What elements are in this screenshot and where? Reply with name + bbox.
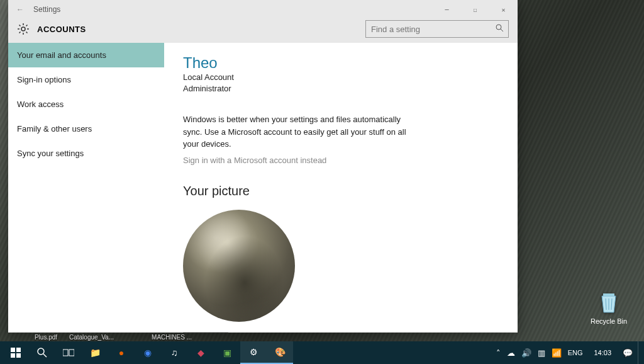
svg-rect-0 [603,293,614,296]
svg-rect-5 [16,348,21,352]
palette-icon: 🎨 [275,347,286,357]
avatar [183,210,295,322]
action-center-icon[interactable]: 💬 [623,348,633,358]
taskbar-app-paint[interactable]: 🎨 [267,341,293,364]
browse-button[interactable]: Browse [183,332,228,333]
volume-icon[interactable]: 🔊 [521,348,531,358]
sidebar-item-family-users[interactable]: Family & other users [8,117,164,141]
chevron-up-icon[interactable]: ˄ [496,348,501,358]
taskbar-app-explorer[interactable]: 📁 [82,341,108,364]
taskbar: 📁 ● ◉ ♫ ◆ ▣ ⚙ 🎨 ˄ ☁ 🔊 ▥ 📶 ENG 14:03 💬 [0,341,644,364]
network-icon[interactable]: ▥ [538,348,545,358]
onedrive-icon[interactable]: ☁ [507,348,515,358]
window-title: Settings [33,5,60,14]
svg-rect-4 [11,348,15,352]
svg-point-1 [21,27,25,31]
start-button[interactable] [3,341,29,364]
desktop-file[interactable]: Plus.pdf [24,334,68,341]
svg-point-8 [38,348,44,355]
account-username: Theo [183,54,499,72]
svg-line-3 [501,29,503,31]
show-desktop-button[interactable] [638,341,641,364]
taskbar-app-generic2[interactable]: ▣ [214,341,240,364]
clock[interactable]: 14:03 [589,349,616,356]
content-area: Theo Local Account Administrator Windows… [164,43,518,333]
taskbar-app-chrome[interactable]: ◉ [135,341,161,364]
desktop-file[interactable]: MACHINES ... [150,334,194,341]
search-icon [496,24,504,34]
recycle-bin[interactable]: Recycle Bin [589,288,629,325]
taskbar-app-firefox[interactable]: ● [108,341,135,364]
folder-icon: 📁 [90,348,101,358]
task-view-icon[interactable] [55,341,82,364]
system-tray: ˄ ☁ 🔊 ▥ 📶 ENG 14:03 💬 [496,348,638,358]
settings-window: ← Settings ─ ☐ ✕ ACCOUNTS Your email and… [8,0,518,333]
sidebar-item-signin-options[interactable]: Sign-in options [8,67,164,92]
gear-icon [17,23,30,35]
sidebar: Your email and accounts Sign-in options … [8,43,164,333]
recycle-bin-label: Recycle Bin [591,317,627,325]
sidebar-item-sync-settings[interactable]: Sync your settings [8,141,164,166]
desktop-file[interactable]: Catalogue_Va... [69,334,113,341]
close-button[interactable]: ✕ [489,0,518,19]
sync-description: Windows is better when your settings and… [183,113,409,151]
language-indicator[interactable]: ENG [568,349,583,356]
back-button[interactable]: ← [13,5,27,14]
search-taskbar-icon[interactable] [29,341,55,364]
account-role: Administrator [183,83,499,94]
gear-icon: ⚙ [250,347,258,357]
svg-line-9 [43,354,47,357]
picture-heading: Your picture [183,184,499,198]
maximize-button[interactable]: ☐ [461,0,489,19]
section-title: ACCOUNTS [37,25,86,34]
search-input[interactable] [365,20,509,38]
minimize-button[interactable]: ─ [433,0,461,19]
titlebar: ← Settings ─ ☐ ✕ [8,0,518,19]
header: ACCOUNTS [8,19,518,43]
account-type: Local Account [183,72,499,83]
taskbar-app-generic1[interactable]: ◆ [187,341,214,364]
svg-rect-6 [11,353,15,358]
sidebar-item-work-access[interactable]: Work access [8,92,164,117]
wifi-icon[interactable]: 📶 [552,348,562,358]
svg-point-2 [496,25,501,30]
svg-rect-10 [63,350,68,356]
recycle-bin-icon [596,288,622,315]
svg-rect-7 [16,353,21,358]
svg-rect-11 [69,350,74,356]
taskbar-app-itunes[interactable]: ♫ [161,341,187,364]
taskbar-app-settings[interactable]: ⚙ [240,341,267,364]
microsoft-signin-link[interactable]: Sign in with a Microsoft account instead [183,156,499,165]
sidebar-item-email-accounts[interactable]: Your email and accounts [8,43,164,67]
